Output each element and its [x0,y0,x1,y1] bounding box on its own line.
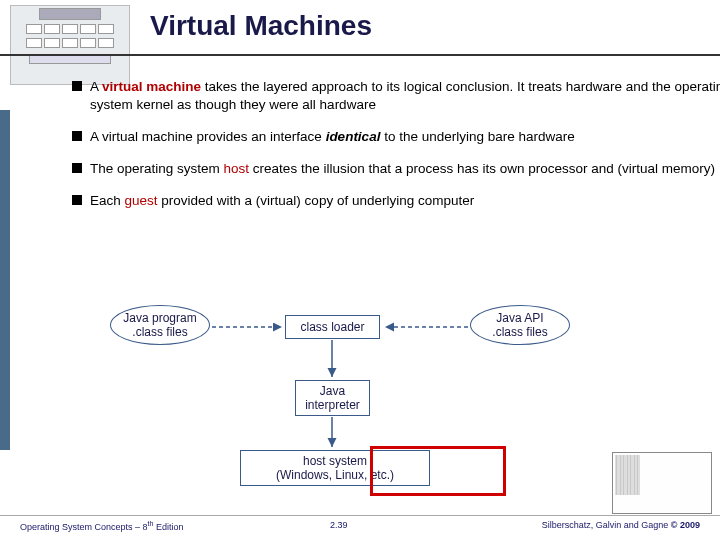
bullet-item: Each guest provided with a (virtual) cop… [72,192,720,210]
highlight-box [370,446,506,496]
jvm-diagram: Java program .class files class loader J… [110,300,590,495]
class-loader-node: class loader [285,315,380,339]
slide-title: Virtual Machines [150,10,372,42]
keyword: virtual machine [102,79,201,94]
footer-right: Silberschatz, Galvin and Gagne © 2009 [542,520,700,530]
footer-text: Edition [153,522,183,532]
keyword: host [224,161,250,176]
footer-text: © 2009 [671,520,700,530]
slide-footer: Operating System Concepts – 8th Edition … [0,515,720,536]
bullet-text: to the underlying bare hardware [380,129,574,144]
bullet-item: A virtual machine provides an interface … [72,128,720,146]
bullet-item: The operating system host creates the il… [72,160,720,178]
sidebar-accent [0,110,10,450]
bullet-text: Each [90,193,125,208]
title-rule [0,54,720,56]
footer-center: 2.39 [330,520,348,530]
footer-text: Silberschatz, Galvin and Gagne [542,520,671,530]
footer-left: Operating System Concepts – 8th Edition [20,520,183,532]
java-program-node: Java program .class files [110,305,210,345]
bullet-text: The operating system [90,161,224,176]
keyword: guest [125,193,158,208]
footer-text: Operating System Concepts – 8 [20,522,148,532]
java-api-node: Java API .class files [470,305,570,345]
bullet-text: A virtual machine provides an interface [90,129,326,144]
task-manager-thumbnail: ||||||||||||||||||||||||||||||||||||||||… [612,452,712,514]
bullet-item: A virtual machine takes the layered appr… [72,78,720,114]
bullet-text: A [90,79,102,94]
bullet-text: provided with a (virtual) copy of underl… [158,193,475,208]
bullet-text: creates the illusion that a process has … [249,161,715,176]
bullet-list: A virtual machine takes the layered appr… [32,78,720,225]
java-interpreter-node: Java interpreter [295,380,370,416]
slide-thumbnail [10,5,130,85]
italic-word: identical [326,129,381,144]
